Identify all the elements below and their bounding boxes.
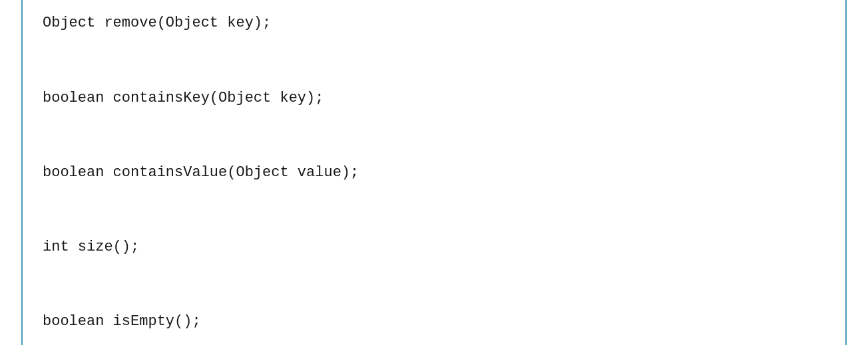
code-line-5: boolean containsValue(Object value); [43, 160, 825, 185]
code-line-7: boolean isEmpty(); [43, 309, 825, 334]
code-line-4: boolean containsKey(Object key); [43, 86, 825, 110]
code-block: Object put(Object key, Object value); Ob… [43, 0, 825, 345]
code-line-6: int size(); [43, 235, 825, 259]
code-line-3: Object remove(Object key); [43, 11, 825, 35]
code-container: Object put(Object key, Object value); Ob… [21, 0, 847, 345]
